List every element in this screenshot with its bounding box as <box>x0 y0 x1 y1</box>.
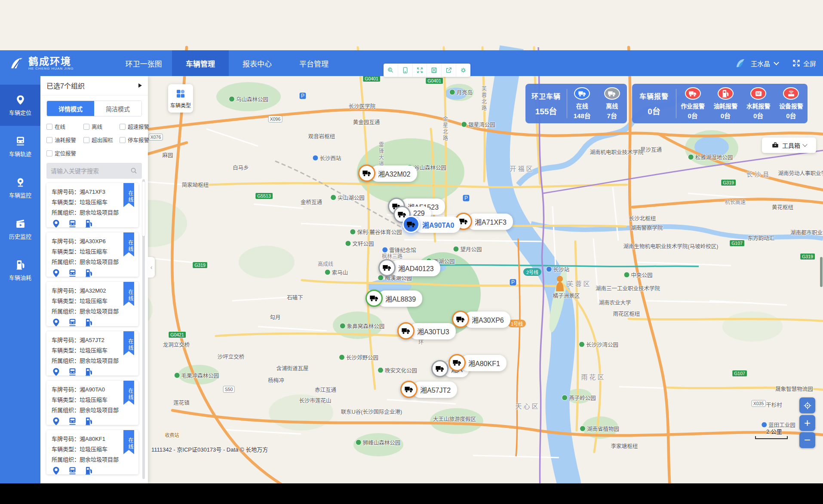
tab-platform-management[interactable]: 平台管理 <box>286 50 342 76</box>
type-value: 垃圾压缩车 <box>80 347 107 354</box>
vehicle-card[interactable]: 在线 车牌号码：湘A71XF3 车辆类型：垃圾压缩车 所属组织：厨余垃圾项目部 <box>46 183 138 227</box>
map-label: 天心区 <box>515 401 540 410</box>
map-label: 中央公园 <box>623 271 652 279</box>
fuel-record-icon[interactable] <box>84 466 93 475</box>
vehicle-card[interactable]: 在线 车牌号码：湘A57JT2 车辆类型：垃圾压缩车 所属组织：厨余垃圾项目部 <box>46 331 138 376</box>
vehicle-marker[interactable]: 湘A90TA0 <box>402 216 461 233</box>
zoom-out-button[interactable]: − <box>799 432 815 448</box>
tab-sanitation-map[interactable]: 环卫一张图 <box>115 50 172 76</box>
tab-vehicle-management[interactable]: 车辆管理 <box>172 50 229 76</box>
settings-gear-icon[interactable] <box>456 64 470 77</box>
map-label: 文轩公园 <box>345 239 374 247</box>
map-search-icon[interactable] <box>384 64 398 77</box>
type-value: 垃圾压缩车 <box>80 446 107 452</box>
fullscreen-button[interactable]: 全屏 <box>792 59 816 68</box>
vehicle-marker[interactable]: 湘A30TU3 <box>397 322 456 339</box>
locate-vehicle-icon[interactable] <box>52 269 61 278</box>
map-label: G319 <box>192 262 208 269</box>
save-view-icon[interactable] <box>427 64 442 77</box>
locate-vehicle-icon[interactable] <box>52 466 61 475</box>
mobile-view-icon[interactable] <box>398 64 413 77</box>
device-alarm-count: 0台 <box>786 111 796 120</box>
locate-vehicle-icon[interactable] <box>52 219 61 228</box>
filter-checkbox[interactable]: 超出围栏 <box>83 136 120 144</box>
track-playback-icon[interactable] <box>68 367 77 376</box>
track-playback-icon[interactable] <box>68 417 77 426</box>
filter-checkbox[interactable]: 离线 <box>83 122 120 131</box>
track-playback-icon[interactable] <box>68 269 77 278</box>
vehicle-type-button[interactable]: 车辆类型 <box>168 84 193 113</box>
map-label: G0401 <box>362 75 381 82</box>
map-label: 狮峰山森林公园 <box>356 438 401 446</box>
vehicle-marker[interactable]: 湘A71XF3 <box>455 213 513 230</box>
zoom-in-button[interactable]: + <box>799 415 815 431</box>
search-icon[interactable] <box>130 167 138 174</box>
vehicle-card[interactable]: 在线 车牌号码：湘A90TA0 车辆类型：垃圾压缩车 所属组织：厨余垃圾项目部 <box>46 381 138 425</box>
map-label: 晟象智慧物流园 <box>775 385 813 393</box>
filter-checkbox[interactable]: 超速报警 <box>120 122 149 131</box>
share-icon[interactable] <box>442 64 456 77</box>
sidebar-item-vehicle-location[interactable]: 车辆定位 <box>0 85 40 126</box>
locate-vehicle-icon[interactable] <box>52 318 61 327</box>
sidebar-item-vehicle-monitor[interactable]: 车辆监控 <box>0 167 40 208</box>
tab-simple-mode[interactable]: 简洁模式 <box>94 101 141 116</box>
map-label: G0421 <box>168 331 186 338</box>
map-label: 金桥互通 <box>301 198 322 206</box>
panel-scrollbar-thumb[interactable] <box>142 181 145 236</box>
map-label: 长沙县 <box>746 169 771 178</box>
fuel-record-icon[interactable] <box>84 417 93 426</box>
map-label: 沙坪立交桥 <box>218 352 245 360</box>
online-label: 在线 <box>576 101 588 110</box>
fuel-record-icon[interactable] <box>84 318 93 327</box>
fleet-title: 环卫车辆 <box>531 91 561 101</box>
camera-icon <box>15 177 26 188</box>
user-menu[interactable]: 王水晶 <box>751 59 770 68</box>
fuel-record-icon[interactable] <box>84 269 93 278</box>
vehicle-marker[interactable]: 湘A57JT2 <box>400 381 457 398</box>
vehicle-card[interactable]: 在线 车牌号码：湘A80KF1 车辆类型：垃圾压缩车 所属组织：厨余垃圾项目部 <box>46 430 138 474</box>
map-label: 乌山森林公园 <box>229 95 268 103</box>
user-chevron-down-icon[interactable] <box>774 60 779 65</box>
tab-report-center[interactable]: 报表中心 <box>229 50 286 76</box>
track-playback-icon[interactable] <box>68 466 77 475</box>
track-playback-icon[interactable] <box>68 219 77 228</box>
map-label: X096 <box>268 116 283 122</box>
search-input[interactable] <box>51 168 130 174</box>
sidebar-item-history-monitor[interactable]: 历史监控 <box>0 208 40 250</box>
vehicle-card[interactable]: 在线 车牌号码：湘A32M02 车辆类型：垃圾压缩车 所属组织：厨余垃圾项目部 <box>46 282 138 326</box>
expand-map-icon[interactable] <box>413 64 427 77</box>
locate-button[interactable] <box>799 397 815 413</box>
vehicle-marker[interactable]: 湘AD40123 <box>378 259 440 276</box>
locate-vehicle-icon[interactable] <box>52 367 61 376</box>
map-scale: 2 公里 <box>755 427 788 439</box>
locate-vehicle-icon[interactable] <box>52 417 61 426</box>
filter-checkbox[interactable]: 在线 <box>46 122 83 131</box>
filter-checkbox[interactable]: 定位报警 <box>46 149 83 157</box>
org-selector[interactable]: 已选7个组织 <box>40 76 148 95</box>
fullscreen-label: 全屏 <box>803 59 816 68</box>
map-label: 湖南劳动人事职业学院(新校区) <box>778 169 823 177</box>
fuel-record-icon[interactable] <box>84 367 93 376</box>
org-field-label: 所属组织： <box>52 407 80 413</box>
vehicle-marker[interactable]: 湘A30XP6 <box>452 311 510 328</box>
vehicle-card[interactable]: 在线 车牌号码：湘A30XP6 车辆类型：垃圾压缩车 所属组织：厨余垃圾项目部 <box>46 232 138 277</box>
panel-scrollbar-track[interactable] <box>142 179 145 479</box>
vehicle-marker[interactable]: 湘A32M02 <box>358 165 417 182</box>
vehicle-plate-label: 湘A71XF3 <box>467 214 513 230</box>
filter-checkbox[interactable]: 油耗报警 <box>46 136 83 144</box>
tab-detail-mode[interactable]: 详情模式 <box>47 101 94 116</box>
toolbox-button[interactable]: 工具箱 <box>762 137 816 153</box>
sidebar-item-vehicle-track[interactable]: 车辆轨迹 <box>0 126 40 167</box>
vehicle-marker[interactable]: 湘AL8839 <box>365 290 422 307</box>
filter-checkbox[interactable]: 停车报警 <box>120 136 149 144</box>
panel-collapse-handle[interactable]: ‹ <box>148 257 155 278</box>
track-playback-icon[interactable] <box>68 318 77 327</box>
fuel-record-icon[interactable] <box>84 219 93 228</box>
map-label: 联东U谷(长沙国际企业港) <box>341 407 402 415</box>
map-label: 长沙医学院 <box>349 102 376 110</box>
map-label: S50 <box>223 386 235 393</box>
sidebar-item-vehicle-fuel[interactable]: 车辆油耗 <box>0 250 40 291</box>
page-scrollbar-thumb[interactable] <box>820 257 823 287</box>
vehicle-marker[interactable]: 湘A80KF1 <box>448 354 507 371</box>
vehicle-plate-label: 湘AD40123 <box>390 260 440 276</box>
